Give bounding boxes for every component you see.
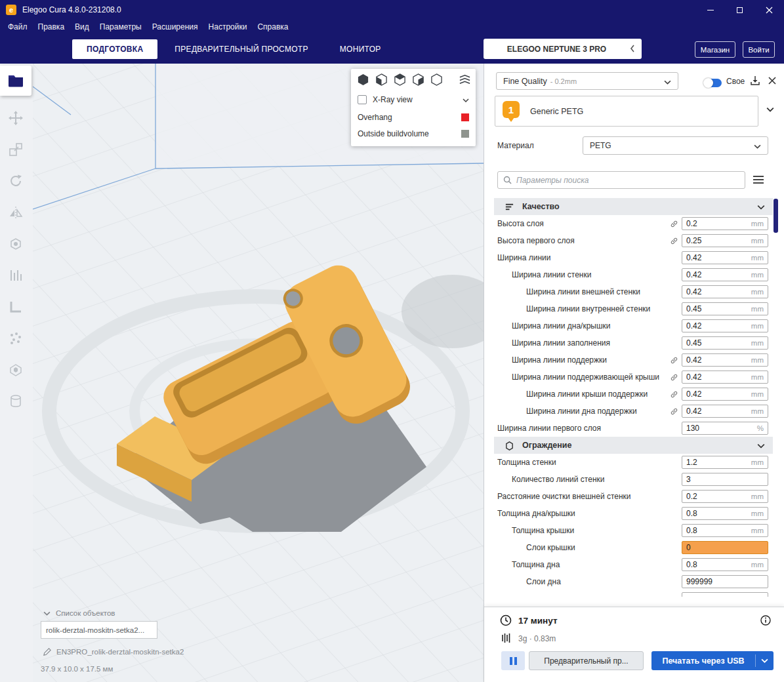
xray-checkbox[interactable]	[358, 95, 367, 104]
viewport-3d[interactable]	[33, 64, 484, 682]
extruder-tab[interactable]: 1 Generic PETG	[495, 96, 758, 127]
menu-help[interactable]: Справка	[252, 20, 293, 34]
settings-menu-button[interactable]	[753, 174, 764, 185]
tab-monitor[interactable]: МОНИТОР	[325, 39, 396, 59]
setting-input[interactable]: 0.42mm	[682, 251, 768, 264]
setting-input[interactable]: 0.45mm	[682, 302, 768, 315]
setting-input[interactable]: 0.42mm	[682, 353, 768, 367]
object-list-toggle[interactable]: Список объектов	[43, 609, 115, 617]
setting-input[interactable]: 0.42mm	[682, 405, 768, 418]
minimize-button[interactable]	[695, 0, 725, 20]
material-dropdown[interactable]: PETG	[583, 136, 768, 155]
setting-input[interactable]: 0.8mm	[682, 558, 768, 571]
setting-row[interactable]: Ширина линии поддерживающей крыши0.42mm	[494, 369, 773, 386]
menu-preferences[interactable]: Настройки	[203, 20, 253, 34]
menu-file[interactable]: Файл	[3, 20, 33, 34]
setting-row[interactable]: Высота первого слоя0.25mm	[494, 232, 773, 249]
menu-view[interactable]: Вид	[70, 20, 94, 34]
support-blocker-tool-button[interactable]	[0, 261, 31, 290]
setting-input[interactable]: 0.2mm	[682, 490, 768, 503]
pause-button[interactable]	[501, 651, 525, 670]
print-options-chevron[interactable]	[756, 658, 774, 663]
view-options-panel: X-Ray view Overhang Outside buildvolume	[351, 69, 476, 146]
setting-row[interactable]: Ширина линии первого слоя130%	[494, 420, 773, 437]
object-name-field[interactable]: rolik-derztal-moskitn-setka2...	[41, 621, 157, 639]
setting-input[interactable]: 0.42mm	[682, 371, 768, 384]
setting-input[interactable]: 130%	[682, 422, 768, 435]
printer-selector[interactable]: ELEGOO NEPTUNE 3 PRO	[484, 39, 642, 59]
view-front-icon[interactable]	[375, 73, 388, 86]
setting-row[interactable]: Толщина дна0.8mm	[494, 556, 773, 573]
settings-scrollbar[interactable]	[774, 199, 778, 233]
custom-settings-toggle[interactable]	[704, 79, 722, 87]
setting-row[interactable]: Ширина линии дна/крышки0.42mm	[494, 317, 773, 334]
setting-input[interactable]: 3	[682, 473, 768, 486]
save-profile-button[interactable]	[749, 75, 761, 87]
setting-input[interactable]: 0.42mm	[682, 268, 768, 281]
view-right-icon[interactable]	[430, 73, 443, 86]
mesh-tools-button[interactable]	[0, 355, 31, 384]
setting-row[interactable]: Ширина линии крыши поддержки0.42mm	[494, 386, 773, 403]
layers-icon[interactable]	[459, 73, 471, 86]
tab-prepare[interactable]: ПОДГОТОВКА	[72, 39, 157, 59]
section-header-shell[interactable]: Ограждение	[494, 437, 773, 454]
setting-input[interactable]: 0.8mm	[682, 507, 768, 520]
setting-row[interactable]: Ширина линии заполнения0.45mm	[494, 334, 773, 351]
per-model-settings-tool-button[interactable]	[0, 230, 31, 258]
setting-row[interactable]: Слои дна999999	[494, 573, 773, 590]
rotate-tool-button[interactable]	[0, 167, 31, 195]
setting-row[interactable]: Ширина линии поддержки0.42mm	[494, 351, 773, 369]
setting-input[interactable]: 0.42mm	[682, 388, 768, 401]
setting-input[interactable]: 0.25mm	[682, 234, 768, 247]
setting-row[interactable]: Слои крышки0	[494, 539, 773, 556]
maximize-button[interactable]	[725, 0, 754, 20]
setting-input[interactable]: 0.8mm	[682, 524, 768, 537]
setting-row[interactable]: Высота слоя0.2mm	[494, 215, 773, 232]
profile-dropdown[interactable]: Fine Quality - 0.2mm	[496, 72, 678, 90]
setting-input[interactable]: 0.42mm	[682, 319, 768, 332]
setting-input[interactable]: 999999	[682, 575, 768, 588]
scale-tool-button[interactable]	[0, 135, 31, 164]
setting-row[interactable]: Ширина линии дна поддержки0.42mm	[494, 403, 773, 420]
close-button[interactable]	[754, 0, 784, 20]
setting-row[interactable]: Количество линий стенки3	[494, 471, 773, 488]
setting-input[interactable]: 0.45mm	[682, 336, 768, 350]
setting-row[interactable]: Расстояние очистки внешней стенки0.2mm	[494, 488, 773, 505]
setting-input[interactable]: 0.42mm	[682, 285, 768, 298]
move-tool-button[interactable]	[0, 104, 31, 132]
preview-button[interactable]: Предварительный пр...	[529, 651, 644, 670]
view-left-icon[interactable]	[412, 73, 424, 86]
setting-row[interactable]: Ширина линии внешней стенки0.42mm	[494, 283, 773, 300]
setting-row[interactable]: Толщина стенки1.2mm	[494, 454, 773, 471]
info-icon[interactable]	[760, 615, 771, 626]
setting-input[interactable]: 0	[682, 541, 768, 554]
sign-in-button[interactable]: Войти	[743, 41, 775, 58]
setting-row[interactable]: Ширина линии0.42mm	[494, 249, 773, 266]
open-file-button[interactable]	[0, 66, 31, 96]
view-3d-icon[interactable]	[357, 73, 369, 86]
model-name-row[interactable]: EN3PRO_rolik-derztal-moskitn-setka2	[43, 648, 184, 656]
custom-supports-tool-button[interactable]	[0, 324, 31, 353]
print-usb-button[interactable]: Печатать через USB	[651, 651, 774, 670]
setting-row[interactable]: Ширина линии стенки0.42mm	[494, 266, 773, 283]
setting-row[interactable]: Толщина дна/крышки0.8mm	[494, 505, 773, 522]
extruder-collapse-chevron[interactable]	[766, 105, 775, 114]
close-settings-button[interactable]	[767, 75, 777, 86]
tab-preview[interactable]: ПРЕДВАРИТЕЛЬНЫЙ ПРОСМОТР	[160, 39, 322, 59]
mirror-tool-button[interactable]	[0, 198, 31, 227]
chevron-down-icon[interactable]	[463, 95, 469, 104]
setting-row[interactable]: Ширина линии внутренней стенки0.45mm	[494, 300, 773, 317]
tab-antiwarping-tool-button[interactable]	[0, 387, 31, 416]
setting-row[interactable]: Толщина крышки0.8mm	[494, 522, 773, 539]
menu-edit[interactable]: Правка	[33, 20, 70, 34]
setting-input[interactable]: 1.2mm	[682, 456, 768, 469]
per-model-settings-icon	[9, 237, 23, 251]
marketplace-button[interactable]: Магазин	[695, 41, 735, 58]
menu-extensions[interactable]: Расширения	[147, 20, 203, 34]
seam-tool-button[interactable]	[0, 292, 31, 321]
settings-search-input[interactable]: Параметры поиска	[497, 171, 745, 189]
view-top-icon[interactable]	[394, 73, 406, 86]
setting-input[interactable]: 0.2mm	[682, 217, 768, 230]
section-header-quality[interactable]: Качество	[494, 198, 773, 215]
menu-settings[interactable]: Параметры	[94, 20, 147, 34]
